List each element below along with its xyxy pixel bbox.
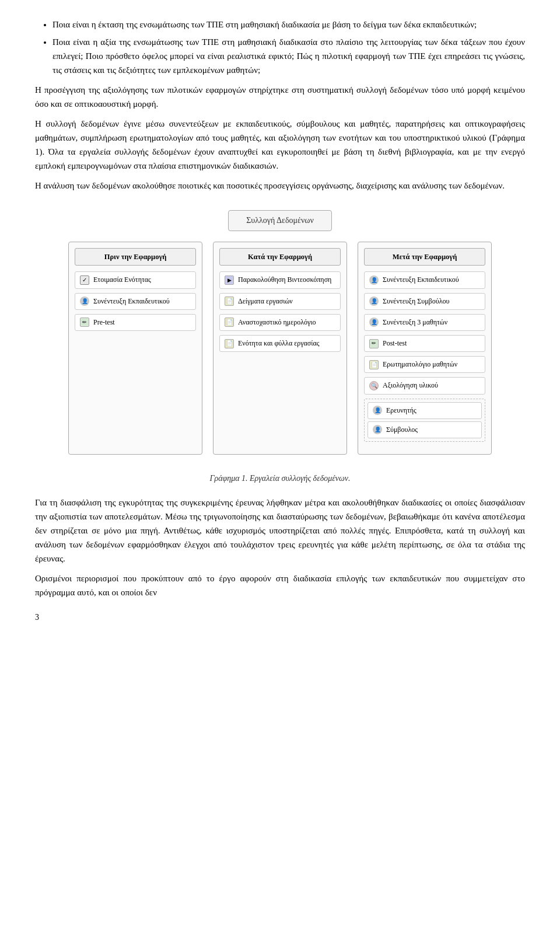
item-symvoulos-label: Σύμβουλος <box>386 424 418 435</box>
person-icon-4: 👤 <box>369 317 379 327</box>
diagram-column-after: Μετά την Εφαρμογή 👤 Συνέντευξη Εκπαιδευτ… <box>358 242 492 455</box>
diagram-columns: Πριν την Εφαρμογή ✓ Ετοιμασία Ενότητας 👤… <box>35 242 525 455</box>
doc-icon-1: 📄 <box>224 296 235 306</box>
item-deigmata-label: Δείγματα εργασιών <box>238 296 293 307</box>
item-video-label: Παρακολούθηση Βιντεοσκόπηση <box>238 274 331 285</box>
pencil-icon-2: ✏ <box>369 339 379 349</box>
person-icon-3: 👤 <box>369 296 379 306</box>
item-ereunitis-label: Ερευνητής <box>386 405 416 416</box>
figure-caption: Γράφημα 1. Εργαλεία συλλογής δεδομένων. <box>35 472 525 485</box>
bullet-list: Ποια είναι η έκταση της ενσωμάτωσης των … <box>52 18 525 77</box>
pencil-icon-1: ✏ <box>79 317 90 327</box>
paragraph-5: Ορισμένοι περιορισμοί που προκύπτουν από… <box>35 571 525 599</box>
magnify-icon: 🔍 <box>369 381 379 391</box>
check-icon: ✓ <box>79 275 90 285</box>
bullet-item-2: Ποια είναι η αξία της ενσωμάτωσης των ΤΠ… <box>52 35 525 77</box>
item-enotita-label: Ενότητα και φύλλα εργασίας <box>238 338 320 349</box>
item-posttest: ✏ Post-test <box>364 335 485 352</box>
item-erotimatologio-label: Ερωτηματολόγιο μαθητών <box>383 359 457 370</box>
item-symvoulos: 👤 Σύμβουλος <box>368 421 482 438</box>
item-axiologisi-label: Αξιολόγηση υλικού <box>383 380 438 391</box>
paragraph-1: Η προσέγγιση της αξιολόγησης των πιλοτικ… <box>35 83 525 111</box>
item-axiologisi: 🔍 Αξιολόγηση υλικού <box>364 377 485 394</box>
page-content: Ποια είναι η έκταση της ενσωμάτωσης των … <box>35 18 525 625</box>
col-title-after: Μετά την Εφαρμογή <box>364 248 485 266</box>
doc-icon-2: 📄 <box>224 317 235 327</box>
item-synenteuxh-symv: 👤 Συνέντευξη Συμβούλου <box>364 293 485 310</box>
person-icon-6: 👤 <box>372 424 383 435</box>
doc-icon-3: 📄 <box>224 339 235 349</box>
video-icon: ▶ <box>224 275 235 285</box>
item-synenteuxh-ekp-label: Συνέντευξη Εκπαιδευτικού <box>93 296 170 307</box>
item-synenteuxh-ekp2: 👤 Συνέντευξη Εκπαιδευτικού <box>364 271 485 288</box>
diagram-column-during: Κατά την Εφαρμογή ▶ Παρακολούθηση Βιντεο… <box>213 242 347 455</box>
item-erotimatologio: 📄 Ερωτηματολόγιο μαθητών <box>364 356 485 373</box>
person-icon-1: 👤 <box>79 296 90 306</box>
paragraph-3: Η ανάλυση των δεδομένων ακολούθησε ποιοτ… <box>35 179 525 193</box>
bullet-item-1: Ποια είναι η έκταση της ενσωμάτωσης των … <box>52 18 525 32</box>
subgroup-ereunitis: 👤 Ερευνητής 👤 Σύμβουλος <box>364 399 485 442</box>
item-anastoxastiko-label: Αναστοχαστικό ημερολόγιο <box>238 317 316 328</box>
item-enotita: 📄 Ενότητα και φύλλα εργασίας <box>219 335 341 352</box>
doc-icon-4: 📄 <box>369 360 379 370</box>
item-anastoxastiko: 📄 Αναστοχαστικό ημερολόγιο <box>219 314 341 331</box>
item-posttest-label: Post-test <box>383 338 407 349</box>
col-title-during: Κατά την Εφαρμογή <box>219 248 341 266</box>
paragraph-2: Η συλλογή δεδομένων έγινε μέσω συνεντεύξ… <box>35 117 525 173</box>
person-icon-2: 👤 <box>369 275 379 285</box>
item-pretest: ✏ Pre-test <box>75 314 196 331</box>
page-number: 3 <box>35 611 525 624</box>
item-deigmata: 📄 Δείγματα εργασιών <box>219 293 341 310</box>
person-icon-5: 👤 <box>372 405 383 416</box>
item-pretest-label: Pre-test <box>93 317 115 328</box>
item-synenteuxh-math-label: Συνέντευξη 3 μαθητών <box>383 317 447 328</box>
diagram-column-before: Πριν την Εφαρμογή ✓ Ετοιμασία Ενότητας 👤… <box>68 242 202 455</box>
item-synenteuxh-ekp2-label: Συνέντευξη Εκπαιδευτικού <box>383 274 459 285</box>
item-synenteuxh-symv-label: Συνέντευξη Συμβούλου <box>383 296 449 307</box>
paragraph-4: Για τη διασφάλιση της εγκυρότητας της συ… <box>35 496 525 566</box>
item-ereunitis: 👤 Ερευνητής <box>368 402 482 419</box>
item-video: ▶ Παρακολούθηση Βιντεοσκόπηση <box>219 271 341 288</box>
item-synenteuxh-ekp: 👤 Συνέντευξη Εκπαιδευτικού <box>75 293 196 310</box>
diagram-container: Συλλογή Δεδομένων Πριν την Εφαρμογή ✓ Ετ… <box>35 210 525 455</box>
item-synenteuxh-math: 👤 Συνέντευξη 3 μαθητών <box>364 314 485 331</box>
item-etoimasia-label: Ετοιμασία Ενότητας <box>93 274 151 285</box>
item-etoimasia: ✓ Ετοιμασία Ενότητας <box>75 271 196 288</box>
col-title-before: Πριν την Εφαρμογή <box>75 248 196 266</box>
diagram-title: Συλλογή Δεδομένων <box>228 210 332 231</box>
